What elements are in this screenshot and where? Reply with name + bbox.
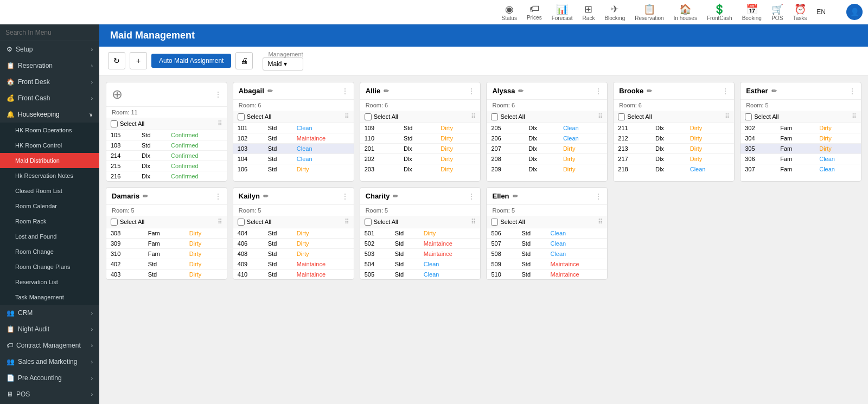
nav-status[interactable]: ◉Status <box>502 3 517 21</box>
card-menu-icon[interactable]: ⋮ <box>342 193 348 200</box>
select-all-checkbox[interactable] <box>111 219 118 226</box>
select-all-label[interactable]: Select All <box>491 113 525 120</box>
sidebar-item-sales-marketing[interactable]: 👥Sales and Marketing › <box>0 354 99 370</box>
sidebar-item-night-audit[interactable]: 📋Night Audit › <box>0 321 99 337</box>
drag-icon[interactable]: ⠿ <box>344 218 349 226</box>
select-all-label[interactable]: Select All <box>238 219 271 226</box>
select-all-label[interactable]: Select All <box>365 219 398 226</box>
select-all-checkbox[interactable] <box>491 113 498 120</box>
card-menu-icon[interactable]: ⋮ <box>849 87 856 95</box>
card-menu-icon[interactable]: ⋮ <box>215 91 221 98</box>
card-menu-icon[interactable]: ⋮ <box>215 193 221 200</box>
card-edit-icon[interactable]: ✏ <box>513 193 518 200</box>
sidebar-item-housekeeping[interactable]: 🔔Housekeeping ∨ <box>0 106 99 123</box>
select-all-label[interactable]: Select All <box>491 219 525 226</box>
card-menu-icon[interactable]: ⋮ <box>342 87 348 95</box>
drag-icon[interactable]: ⠿ <box>218 218 222 226</box>
card-edit-icon[interactable]: ✏ <box>384 87 389 95</box>
nav-pos[interactable]: 🛒POS <box>771 3 783 21</box>
sidebar-item-setup[interactable]: ⚙Setup › <box>0 41 99 57</box>
select-all-label[interactable]: Select All <box>365 113 398 120</box>
sidebar-item-maid-distribution[interactable]: Maid Distribution <box>0 153 99 168</box>
nav-forecast[interactable]: 📊Forecast <box>552 3 573 21</box>
card-edit-icon[interactable]: ✏ <box>771 87 777 95</box>
sidebar-item-reservation-list[interactable]: Reservation List <box>0 274 99 290</box>
card-menu-icon[interactable]: ⋮ <box>468 193 475 200</box>
sidebar-item-contract-management[interactable]: 🏷Contract Management › <box>0 337 99 354</box>
nav-prices[interactable]: 🏷Prices <box>527 3 542 21</box>
sidebar-item-frontdesk[interactable]: 🏠Front Desk › <box>0 74 99 90</box>
sidebar-item-closed-room-list[interactable]: Closed Room List <box>0 183 99 198</box>
card-edit-icon[interactable]: ✏ <box>518 87 524 95</box>
select-all-checkbox[interactable] <box>618 113 625 120</box>
sidebar-item-room-calendar[interactable]: Room Calendar <box>0 198 99 214</box>
search-input[interactable] <box>5 29 94 36</box>
sidebar-item-hk-reservation-notes[interactable]: Hk Reservation Notes <box>0 168 99 183</box>
card-menu-icon[interactable]: ⋮ <box>468 87 475 95</box>
room-type: Fam <box>776 154 815 164</box>
drag-icon[interactable]: ⠿ <box>471 113 476 120</box>
nav-inhouses[interactable]: 🏠In houses <box>674 3 697 21</box>
sidebar-item-room-change[interactable]: Room Change <box>0 244 99 259</box>
sidebar-item-hk-room-control[interactable]: HK Room Control <box>0 138 99 153</box>
user-avatar[interactable]: 👤 <box>846 4 863 20</box>
sidebar-item-room-rack[interactable]: Room Rack <box>0 214 99 229</box>
sidebar-item-hk-room-operations[interactable]: HK Room Operations <box>0 123 99 138</box>
card-edit-icon[interactable]: ✏ <box>267 87 273 95</box>
room-status: Dirty <box>436 144 480 154</box>
card-edit-icon[interactable]: ✏ <box>143 193 148 200</box>
refresh-button[interactable]: ↻ <box>108 52 125 69</box>
select-all-checkbox[interactable] <box>491 219 498 226</box>
card-menu-icon[interactable]: ⋮ <box>722 87 729 95</box>
nav-booking[interactable]: 📅Booking <box>742 3 762 21</box>
select-all-checkbox[interactable] <box>238 219 245 226</box>
sidebar-item-pre-accounting[interactable]: 📄Pre Accounting › <box>0 370 99 386</box>
language-selector[interactable]: EN <box>816 8 826 16</box>
select-all-label[interactable]: Select All <box>111 120 144 127</box>
nav-blocking[interactable]: ✈Blocking <box>604 3 625 21</box>
select-all-label[interactable]: Select All <box>111 219 144 226</box>
nav-frontcash[interactable]: 💲FrontCash <box>707 3 732 21</box>
drag-icon[interactable]: ⠿ <box>598 113 603 120</box>
select-all-label[interactable]: Select All <box>745 113 778 120</box>
management-select[interactable]: Maid ▾ <box>263 57 303 70</box>
sidebar-item-room-change-plans[interactable]: Room Change Plans <box>0 259 99 274</box>
nav-tasks[interactable]: ⏰Tasks <box>793 3 807 21</box>
card-edit-icon[interactable]: ✏ <box>647 87 652 95</box>
select-all-checkbox[interactable] <box>745 113 752 120</box>
sidebar-item-task-management[interactable]: Task Management <box>0 290 99 305</box>
nav-reservation[interactable]: 📋Reservation <box>635 3 663 21</box>
auto-maid-assignment-button[interactable]: Auto Maid Assignment <box>151 54 231 68</box>
sidebar-item-frontcash[interactable]: 💰Front Cash › <box>0 90 99 106</box>
drag-icon[interactable]: ⠿ <box>725 113 730 120</box>
print-button[interactable]: 🖨 <box>235 52 253 69</box>
add-button[interactable]: + <box>130 52 147 69</box>
select-all-label[interactable]: Select All <box>618 113 652 120</box>
drag-icon[interactable]: ⠿ <box>598 218 603 226</box>
table-row: 308 Fam Dirty <box>106 228 227 239</box>
sidebar-item-reservation[interactable]: 📋Reservation › <box>0 57 99 74</box>
card-edit-icon[interactable]: ✏ <box>393 193 398 200</box>
room-number: 103 <box>233 144 264 154</box>
select-all-checkbox[interactable] <box>111 120 118 127</box>
add-maid-icon[interactable]: ⊕ <box>112 87 123 102</box>
drag-icon[interactable]: ⠿ <box>218 120 222 127</box>
card-edit-icon[interactable]: ✏ <box>263 193 269 200</box>
card-menu-icon[interactable]: ⋮ <box>595 193 602 200</box>
nav-rack[interactable]: ⊞Rack <box>583 3 595 21</box>
table-row: 215 Dlx Confirmed <box>106 161 227 171</box>
sidebar-item-lost-found[interactable]: Lost and Found <box>0 229 99 244</box>
drag-icon[interactable]: ⠿ <box>852 113 857 120</box>
select-all-checkbox[interactable] <box>365 113 372 120</box>
drag-icon[interactable]: ⠿ <box>471 218 476 226</box>
select-all-checkbox[interactable] <box>365 219 372 226</box>
select-all-label[interactable]: Select All <box>238 113 271 120</box>
setup-arrow: › <box>91 47 93 53</box>
card-menu-icon[interactable]: ⋮ <box>595 87 602 95</box>
room-status: Dirty <box>686 123 734 133</box>
sidebar-item-pos[interactable]: 🖥POS › <box>0 386 99 402</box>
sidebar-item-crm[interactable]: 👥CRM › <box>0 305 99 321</box>
card-title: Abagail ✏ <box>239 87 273 95</box>
select-all-checkbox[interactable] <box>238 113 245 120</box>
drag-icon[interactable]: ⠿ <box>344 113 349 120</box>
